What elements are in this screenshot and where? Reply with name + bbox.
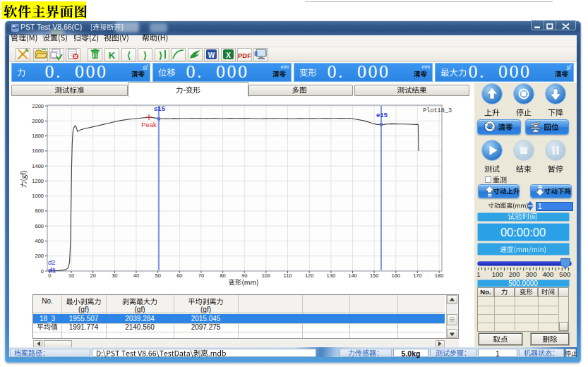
svg-text:0. 000: 0. 000: [328, 61, 390, 82]
svg-text:110: 110: [284, 272, 292, 279]
svg-text:50: 50: [155, 272, 160, 279]
svg-text:1000: 1000: [32, 193, 44, 199]
svg-text:170: 170: [413, 272, 422, 279]
svg-text:d2: d2: [48, 258, 56, 266]
svg-text:80: 80: [220, 272, 225, 279]
svg-text:PDF: PDF: [238, 52, 251, 59]
svg-text:100: 100: [262, 272, 271, 279]
svg-text:60: 60: [176, 272, 182, 279]
svg-text:10: 10: [68, 272, 74, 279]
svg-text:70: 70: [198, 272, 204, 279]
svg-text:180: 180: [435, 272, 444, 279]
svg-text:W: W: [208, 52, 215, 59]
svg-text:8: 8: [254, 50, 258, 57]
svg-text:2015.045: 2015.045: [191, 315, 221, 323]
svg-text:400: 400: [35, 238, 44, 244]
svg-text:e15: e15: [376, 111, 388, 119]
svg-text:⟩: ⟩: [143, 50, 147, 61]
svg-text:K: K: [109, 50, 116, 61]
svg-text:(gf): (gf): [78, 306, 89, 313]
svg-text:2097.275: 2097.275: [191, 323, 221, 331]
svg-text:1955.507: 1955.507: [69, 315, 99, 323]
svg-text:1800: 1800: [32, 133, 44, 139]
svg-text:130: 130: [327, 272, 336, 279]
svg-text:90: 90: [241, 272, 247, 279]
svg-text:2200: 2200: [32, 103, 44, 109]
svg-text:200: 200: [35, 253, 44, 259]
svg-text:120: 120: [305, 272, 314, 279]
svg-text:500: 500: [559, 270, 570, 278]
svg-text:20: 20: [90, 272, 96, 279]
svg-text:100: 100: [492, 270, 503, 278]
svg-text:1991.774: 1991.774: [69, 323, 99, 331]
svg-text:140: 140: [348, 272, 357, 279]
svg-text:0: 0: [41, 268, 44, 275]
svg-text:30: 30: [112, 272, 117, 279]
svg-text:X: X: [226, 52, 231, 59]
svg-text:No.: No.: [480, 288, 491, 296]
svg-text:1600: 1600: [32, 148, 44, 154]
svg-text:Plot18_3: Plot18_3: [423, 107, 452, 114]
svg-text:⟨: ⟨: [127, 50, 131, 61]
svg-text:mm: mm: [280, 64, 289, 70]
svg-text:150: 150: [370, 272, 379, 279]
svg-text:Peak: Peak: [141, 121, 157, 128]
svg-text:0. 000: 0. 000: [469, 61, 532, 82]
svg-text:gf: gf: [567, 64, 572, 70]
svg-text:PST Test V8.66(C): PST Test V8.66(C): [20, 23, 82, 31]
svg-text:200: 200: [509, 270, 520, 278]
svg-text:160: 160: [392, 272, 401, 279]
svg-text:0. 000: 0. 000: [186, 61, 249, 82]
svg-text:1400: 1400: [32, 163, 44, 169]
svg-text:600: 600: [35, 223, 44, 229]
svg-text:(gf): (gf): [135, 306, 145, 313]
svg-text:1: 1: [538, 203, 542, 210]
svg-text:⟩: ⟩: [159, 50, 162, 61]
svg-text:300: 300: [526, 270, 537, 278]
svg-text:40: 40: [133, 272, 139, 279]
svg-text:d1: d1: [48, 266, 56, 274]
svg-text:gf: gf: [143, 64, 149, 70]
svg-text:s15: s15: [154, 104, 166, 112]
svg-text:0. 000: 0. 000: [45, 61, 108, 82]
svg-text:18_3: 18_3: [40, 315, 56, 323]
svg-text:2140.560: 2140.560: [125, 323, 155, 331]
svg-text:No.: No.: [42, 297, 53, 305]
svg-text:5.0kg: 5.0kg: [402, 349, 421, 358]
svg-text:500.0000: 500.0000: [508, 279, 538, 287]
svg-text:(gf): (gf): [200, 306, 211, 313]
svg-text:400: 400: [542, 270, 553, 278]
svg-text:800: 800: [35, 207, 44, 214]
svg-text:00:00:00: 00:00:00: [500, 226, 546, 239]
svg-text:mm: mm: [421, 64, 430, 70]
svg-text:2039.284: 2039.284: [125, 315, 155, 323]
svg-text:2000: 2000: [32, 118, 44, 124]
svg-text:1: 1: [496, 349, 500, 358]
svg-text:1: 1: [476, 270, 480, 278]
svg-text:1200: 1200: [32, 178, 44, 184]
